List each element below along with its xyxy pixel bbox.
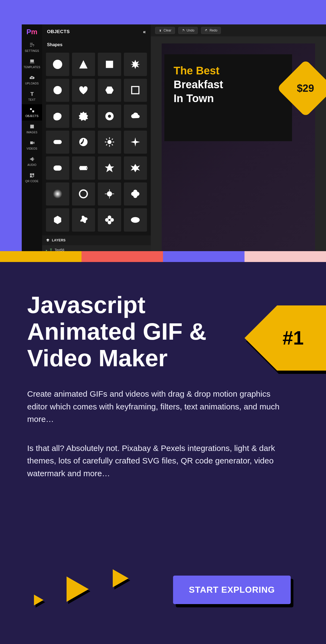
- cta-wrap: START EXPLORING: [173, 576, 291, 604]
- shape-triangle[interactable]: [72, 53, 95, 76]
- uploads-icon: [29, 75, 35, 81]
- shape-ring[interactable]: [72, 182, 95, 206]
- svg-marker-23: [105, 163, 114, 172]
- images-icon: [29, 124, 35, 130]
- card-line2: Breakfast: [174, 78, 283, 91]
- panel-title: OBJECTS: [47, 29, 70, 34]
- shape-spark[interactable]: [124, 131, 147, 154]
- shape-cloud[interactable]: [124, 105, 147, 128]
- canvas-toolbar: Clear Undo Redo: [151, 24, 326, 36]
- promo-card[interactable]: The Best Breakfast In Town: [164, 54, 292, 141]
- rail-audio[interactable]: AUDIO: [22, 153, 42, 169]
- svg-line-20: [106, 144, 107, 146]
- svg-line-17: [106, 139, 107, 140]
- svg-marker-6: [105, 87, 114, 94]
- rail-videos[interactable]: VIDEOS: [22, 137, 42, 153]
- svg-point-0: [30, 108, 32, 110]
- settings-icon: [29, 42, 35, 48]
- svg-point-12: [107, 140, 111, 144]
- rail-settings[interactable]: SETTINGS: [22, 39, 42, 55]
- rail-objects[interactable]: OBJECTS: [22, 104, 42, 121]
- svg-rect-1: [32, 111, 34, 112]
- shape-badge[interactable]: [46, 79, 69, 102]
- shape-swirl[interactable]: [72, 131, 95, 154]
- shape-sun[interactable]: [98, 131, 121, 154]
- shape-flower[interactable]: [98, 208, 121, 232]
- start-exploring-button[interactable]: START EXPLORING: [173, 576, 291, 604]
- strip-seg: [244, 251, 326, 262]
- svg-marker-8: [79, 112, 88, 121]
- svg-rect-22: [54, 165, 62, 171]
- rail-label: TEXT: [28, 98, 36, 101]
- rail-label: TEMPLATES: [24, 66, 40, 69]
- objects-icon: [29, 107, 35, 113]
- rail-label: IMAGES: [26, 131, 37, 134]
- svg-marker-21: [131, 137, 140, 147]
- hero: Javascript Animated GIF & Video Maker #1…: [0, 262, 326, 644]
- shape-flare[interactable]: [98, 182, 121, 206]
- panel-header: OBJECTS «: [42, 24, 151, 39]
- redo-button[interactable]: Redo: [201, 27, 221, 34]
- svg-rect-4: [106, 61, 113, 68]
- shape-square[interactable]: [98, 53, 121, 76]
- stage: Pm SETTINGS TEMPLATES UPLOADS: [0, 0, 326, 251]
- strip-seg: [0, 251, 82, 262]
- shape-ellipse-wavy[interactable]: [124, 208, 147, 232]
- text-icon: [29, 91, 35, 97]
- tool-rail: Pm SETTINGS TEMPLATES UPLOADS: [22, 24, 42, 251]
- shape-rounded[interactable]: [46, 156, 69, 180]
- app-logo: Pm: [22, 24, 42, 39]
- tri-large: [57, 570, 95, 608]
- shape-square-outline[interactable]: [124, 79, 147, 102]
- tri-med: [106, 565, 133, 592]
- svg-point-35: [105, 218, 109, 222]
- rail-qrcode[interactable]: QR CODE: [22, 169, 42, 186]
- undo-button[interactable]: Undo: [178, 27, 198, 34]
- svg-marker-32: [54, 216, 61, 224]
- shape-gear[interactable]: [98, 105, 121, 128]
- templates-icon: [29, 58, 35, 64]
- shape-pow[interactable]: [124, 156, 147, 180]
- shape-glare[interactable]: [46, 182, 69, 206]
- strip-seg: [82, 251, 163, 262]
- color-strip: [0, 251, 326, 262]
- rail-uploads[interactable]: UPLOADS: [22, 72, 42, 88]
- audio-icon: [29, 156, 35, 162]
- svg-point-2: [53, 60, 62, 69]
- clear-button[interactable]: Clear: [155, 27, 175, 34]
- shape-pill[interactable]: [46, 131, 69, 154]
- svg-point-33: [108, 216, 111, 219]
- shape-blob[interactable]: [46, 105, 69, 128]
- shape-star-round[interactable]: [72, 208, 95, 232]
- shape-seal[interactable]: [72, 105, 95, 128]
- shape-burst[interactable]: [124, 53, 147, 76]
- shape-hexagon[interactable]: [98, 79, 121, 102]
- strip-seg: [163, 251, 244, 262]
- shape-grid: [42, 49, 151, 235]
- rail-label: OBJECTS: [25, 115, 38, 118]
- shape-star6[interactable]: [98, 156, 121, 180]
- collapse-icon[interactable]: «: [143, 29, 146, 35]
- videos-icon: [29, 140, 35, 146]
- layers-header[interactable]: LAYERS: [42, 235, 151, 245]
- shape-ticket[interactable]: [72, 156, 95, 180]
- shape-circle[interactable]: [46, 53, 69, 76]
- svg-marker-5: [131, 60, 140, 69]
- rail-templates[interactable]: TEMPLATES: [22, 55, 42, 72]
- layer-row[interactable]: ▸TText56: [42, 245, 151, 251]
- svg-rect-7: [132, 87, 139, 94]
- rail-label: SETTINGS: [25, 49, 39, 52]
- svg-rect-11: [54, 140, 62, 144]
- svg-point-34: [108, 221, 111, 224]
- shape-hex2[interactable]: [46, 208, 69, 232]
- rail-text[interactable]: TEXT: [22, 88, 42, 104]
- canvas-area[interactable]: The Best Breakfast In Town $29: [151, 36, 326, 251]
- shape-quatrefoil[interactable]: [124, 182, 147, 206]
- decorative-triangles: [30, 565, 133, 608]
- shape-heart[interactable]: [72, 79, 95, 102]
- hero-p1: Create animated GIFs and videos with dra…: [27, 388, 288, 426]
- canvas[interactable]: The Best Breakfast In Town $29: [162, 43, 315, 251]
- rail-label: VIDEOS: [27, 147, 37, 150]
- rail-images[interactable]: IMAGES: [22, 121, 42, 137]
- svg-marker-3: [79, 60, 87, 68]
